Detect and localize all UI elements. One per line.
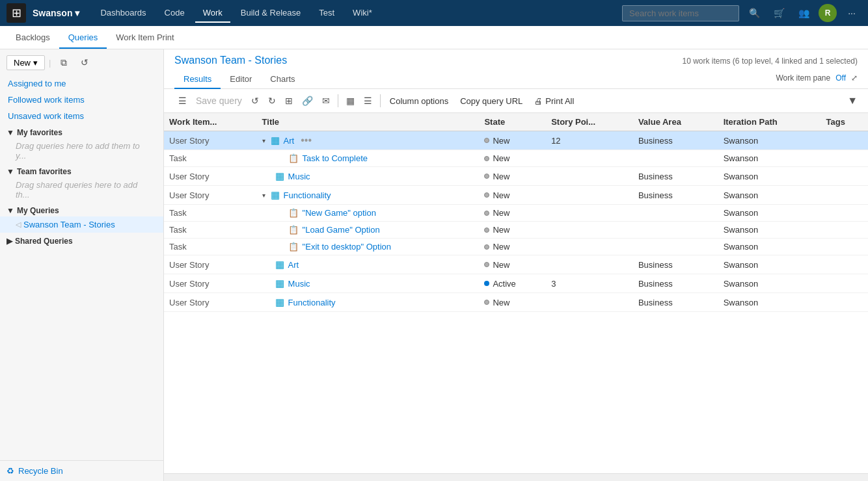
title-cell: ▦ Music bbox=[257, 167, 480, 186]
col-value-area[interactable]: Value Area bbox=[633, 113, 718, 131]
tab-queries[interactable]: Queries bbox=[59, 27, 107, 49]
title-cell: ▦ Functionality bbox=[257, 293, 480, 312]
tab-backlogs[interactable]: Backlogs bbox=[7, 27, 59, 49]
print-all-button[interactable]: 🖨 Print All bbox=[529, 94, 579, 109]
avatar[interactable]: R bbox=[819, 4, 837, 22]
title-link[interactable]: "Load Game" Option bbox=[303, 225, 380, 235]
save-query-button[interactable]: Save query bbox=[192, 93, 246, 109]
sidebar-item-followed-work-items[interactable]: Followed work items bbox=[0, 92, 163, 108]
sidebar-item-unsaved-work-items[interactable]: Unsaved work items bbox=[0, 108, 163, 124]
table-row[interactable]: User Story ▦ Art New Business Swanson bbox=[164, 255, 868, 274]
story-icon: ▦ bbox=[275, 259, 284, 270]
nav-test[interactable]: Test bbox=[311, 4, 342, 23]
separator-2 bbox=[380, 94, 381, 107]
work-item-type: Task bbox=[164, 150, 257, 167]
basket-icon[interactable]: 🛒 bbox=[769, 3, 789, 23]
title-link[interactable]: Task to Complete bbox=[303, 153, 368, 163]
app-logo[interactable]: ⊞ bbox=[7, 3, 26, 23]
title-link[interactable]: Functionality bbox=[288, 298, 336, 307]
col-iteration-path[interactable]: Iteration Path bbox=[718, 113, 821, 131]
new-button[interactable]: New ▾ bbox=[7, 55, 45, 70]
search-input[interactable] bbox=[622, 5, 739, 21]
off-label[interactable]: Off bbox=[835, 73, 846, 83]
recycle-bin[interactable]: ♻ Recycle Bin bbox=[0, 460, 163, 481]
col-state[interactable]: State bbox=[479, 113, 546, 131]
filter-button[interactable]: ▼ bbox=[847, 95, 858, 107]
view-toggle-2[interactable]: ☰ bbox=[360, 93, 376, 109]
table-row[interactable]: User Story ▾ ▦ Functionality New Busines… bbox=[164, 186, 868, 205]
sidebar-section-shared-queries[interactable]: ▶ Shared Queries bbox=[0, 233, 163, 247]
state-cell: New bbox=[479, 293, 546, 312]
state-dot-icon bbox=[484, 138, 489, 143]
collapse-icon[interactable]: ▾ bbox=[262, 192, 265, 199]
title-link[interactable]: Music bbox=[288, 172, 310, 181]
sidebar-query-swanson-team-stories[interactable]: ◁ Swanson Team - Stories bbox=[0, 216, 163, 233]
work-item-type: Task bbox=[164, 222, 257, 239]
drag-handle-button[interactable]: ☰ bbox=[174, 93, 191, 109]
iteration-path-cell: Swanson bbox=[718, 150, 821, 167]
state-cell: New bbox=[479, 131, 546, 150]
column-options-button[interactable]: Column options bbox=[385, 94, 454, 109]
sidebar-section-team-favorites[interactable]: ▼ Team favorites bbox=[0, 163, 163, 177]
story-icon: ▦ bbox=[275, 296, 284, 308]
col-story-points[interactable]: Story Poi... bbox=[546, 113, 633, 131]
collapse-icon[interactable]: ▾ bbox=[262, 137, 265, 144]
table-row[interactable]: User Story ▦ Music New Business Swanson bbox=[164, 167, 868, 186]
save-query-label: Save query bbox=[196, 96, 242, 106]
copy-icon-button[interactable]: ⧉ bbox=[55, 53, 73, 72]
story-points-cell bbox=[546, 255, 633, 274]
panel-tab-results[interactable]: Results bbox=[174, 70, 221, 89]
sidebar-section-my-queries[interactable]: ▼ My Queries bbox=[0, 202, 163, 216]
table-row[interactable]: Task 📋 "New Game" option New Swanson bbox=[164, 205, 868, 222]
panel-tab-charts[interactable]: Charts bbox=[261, 70, 304, 89]
title-link[interactable]: Art bbox=[284, 136, 295, 146]
state-cell: New bbox=[479, 205, 546, 222]
work-item-pane-label: Work item pane bbox=[776, 73, 830, 83]
title-link[interactable]: Functionality bbox=[284, 190, 331, 200]
state-dot-icon bbox=[484, 156, 489, 161]
table-row[interactable]: Task 📋 Task to Complete New Swanson bbox=[164, 150, 868, 167]
title-link[interactable]: Art bbox=[288, 260, 299, 270]
col-title[interactable]: Title bbox=[257, 113, 480, 131]
title-link[interactable]: "Exit to desktop" Option bbox=[303, 242, 391, 252]
copy-query-url-button[interactable]: Copy query URL bbox=[455, 94, 528, 109]
title-link[interactable]: Music bbox=[288, 279, 310, 289]
more-icon[interactable]: ··· bbox=[842, 3, 861, 23]
col-work-item[interactable]: Work Item... bbox=[164, 113, 257, 131]
expand-icon[interactable]: ⤢ bbox=[851, 73, 858, 83]
table-row[interactable]: Task 📋 "Load Game" Option New Swanson bbox=[164, 222, 868, 239]
horizontal-scrollbar[interactable] bbox=[164, 473, 868, 481]
nav-dashboards[interactable]: Dashboards bbox=[92, 4, 154, 23]
state-cell: New bbox=[479, 186, 546, 205]
title-link[interactable]: "New Game" option bbox=[303, 208, 376, 218]
table-row[interactable]: User Story ▾ ▦ Art ••• New 12 Business S… bbox=[164, 131, 868, 150]
sidebar-section-my-favorites[interactable]: ▼ My favorites bbox=[0, 124, 163, 138]
nav-build-release[interactable]: Build & Release bbox=[233, 4, 309, 23]
col-tags[interactable]: Tags bbox=[821, 113, 868, 131]
project-selector[interactable]: Swanson ▾ bbox=[33, 8, 79, 18]
email-button[interactable]: ✉ bbox=[318, 93, 334, 109]
add-to-backlog-button[interactable]: ⊞ bbox=[281, 93, 297, 109]
title-cell: ▾ ▦ Art ••• bbox=[257, 131, 480, 150]
sidebar-item-assigned-to-me[interactable]: Assigned to me bbox=[0, 75, 163, 92]
table-row[interactable]: Task 📋 "Exit to desktop" Option New Swan… bbox=[164, 239, 868, 255]
table-row[interactable]: User Story ▦ Functionality New Business … bbox=[164, 293, 868, 312]
nav-work[interactable]: Work bbox=[195, 4, 230, 23]
value-area-cell bbox=[633, 205, 718, 222]
story-points-cell bbox=[546, 222, 633, 239]
nav-wiki[interactable]: Wiki* bbox=[345, 4, 380, 23]
refresh-icon-button[interactable]: ↺ bbox=[75, 53, 94, 72]
refresh-button[interactable]: ↺ bbox=[247, 93, 263, 109]
ellipsis-button[interactable]: ••• bbox=[298, 135, 314, 146]
panel-tab-editor[interactable]: Editor bbox=[221, 70, 261, 89]
redo-button[interactable]: ↻ bbox=[264, 93, 280, 109]
nav-code[interactable]: Code bbox=[157, 4, 193, 23]
main-panel: Swanson Team - Stories 10 work items (6 … bbox=[164, 49, 868, 481]
tab-work-item-print[interactable]: Work Item Print bbox=[107, 27, 183, 49]
people-icon[interactable]: 👥 bbox=[794, 3, 813, 23]
state-dot-icon bbox=[484, 228, 489, 233]
table-row[interactable]: User Story ▦ Music Active 3 Business Swa… bbox=[164, 274, 868, 293]
search-icon[interactable]: 🔍 bbox=[744, 3, 764, 23]
view-toggle-1[interactable]: ▦ bbox=[342, 93, 359, 109]
link-button[interactable]: 🔗 bbox=[298, 93, 317, 109]
